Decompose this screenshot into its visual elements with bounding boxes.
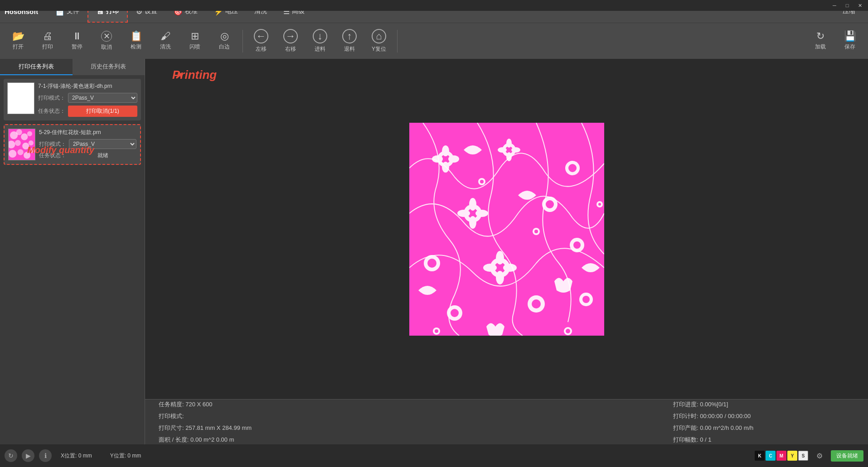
restore-button[interactable]: □ bbox=[841, 1, 853, 10]
detect-icon: 📋 bbox=[130, 31, 142, 41]
moveright-icon: → bbox=[283, 29, 298, 43]
svg-point-28 bbox=[496, 271, 504, 284]
toolbar-yreset-label: Y复位 bbox=[372, 45, 386, 53]
svg-point-30 bbox=[503, 264, 517, 272]
svg-point-24 bbox=[427, 259, 436, 268]
toolbar-pause[interactable]: ⏸ 暂停 bbox=[63, 25, 91, 57]
toolbar-save[interactable]: 💾 保存 bbox=[836, 25, 863, 57]
task-header-1: 7-1-浮锚-涤纶-黄色迷彩-dh.prn 打印模式： 2Pass_V 任务状态… bbox=[7, 82, 137, 117]
color-swatches: K C M Y S bbox=[755, 451, 808, 461]
info-size: 打印尺寸: 257.81 mm X 284.99 mm bbox=[159, 424, 673, 432]
task-status-row-2: 任务状态： 就绪 bbox=[39, 152, 136, 159]
task-card-1[interactable]: 7-1-浮锚-涤纶-黄色迷彩-dh.prn 打印模式： 2Pass_V 任务状态… bbox=[4, 79, 141, 120]
status-bar: ↻ ▶ ℹ X位置: 0 mm Y位置: 0 mm K C M Y S ⚙ 设备… bbox=[0, 444, 868, 467]
color-y[interactable]: Y bbox=[787, 451, 797, 461]
device-status: 设备就绪 bbox=[831, 450, 863, 462]
svg-point-40 bbox=[480, 180, 484, 183]
info-copies: 打印幅数: 0 / 1 bbox=[673, 436, 854, 444]
svg-point-9 bbox=[506, 139, 512, 148]
toolbar-save-label: 保存 bbox=[844, 43, 855, 51]
toolbar-reload-label: 加载 bbox=[815, 43, 826, 51]
toolbar-reload[interactable]: ↻ 加载 bbox=[807, 25, 834, 57]
toolbar-print[interactable]: 🖨 打印 bbox=[34, 25, 61, 57]
task-filename-2: 5-29-佳伴红花纹-短款.prn bbox=[39, 129, 136, 136]
pause-icon: ⏸ bbox=[72, 31, 82, 41]
color-k[interactable]: K bbox=[755, 451, 765, 461]
svg-point-17 bbox=[469, 198, 476, 211]
close-button[interactable]: ✕ bbox=[853, 1, 866, 10]
toolbar-moveright-label: 右移 bbox=[285, 45, 296, 53]
toolbar-moveleft[interactable]: ← 左移 bbox=[247, 25, 275, 57]
settings-gear-icon[interactable]: ⚙ bbox=[816, 452, 823, 460]
toolbar: 📂 打开 🖨 打印 ⏸ 暂停 ✕ 取消 📋 检测 🖌 清洗 ⊞ 闪喷 ◎ 白边 … bbox=[0, 23, 868, 59]
toolbar-feedout[interactable]: ↑ 退料 bbox=[336, 25, 363, 57]
toolbar-open-label: 打开 bbox=[13, 43, 24, 51]
task-mode-row-1: 打印模式： 2Pass_V bbox=[38, 93, 137, 103]
toolbar-divider-1 bbox=[242, 30, 243, 53]
task-card-2[interactable]: 5-29-佳伴红花纹-短款.prn 打印模式： 2Pass_V 任务状态： 就绪 bbox=[4, 124, 141, 165]
toolbar-detect[interactable]: 📋 检测 bbox=[122, 25, 150, 57]
status-icon-3[interactable]: ℹ bbox=[39, 449, 52, 462]
task-thumbnail-1 bbox=[7, 82, 34, 114]
feedout-icon: ↑ bbox=[342, 29, 357, 43]
svg-point-36 bbox=[532, 299, 541, 308]
status-icon-1[interactable]: ↻ bbox=[5, 449, 17, 462]
svg-point-38 bbox=[582, 296, 590, 303]
title-bar: ─ □ ✕ bbox=[0, 0, 868, 11]
task-mode-select-1[interactable]: 2Pass_V bbox=[68, 93, 137, 103]
toolbar-cancel[interactable]: ✕ 取消 bbox=[93, 25, 120, 57]
cancel-icon: ✕ bbox=[101, 31, 112, 42]
toolbar-moveright[interactable]: → 右移 bbox=[277, 25, 304, 57]
svg-point-44 bbox=[598, 203, 601, 206]
tab-tasklist[interactable]: 打印任务列表 bbox=[0, 59, 73, 75]
color-s[interactable]: S bbox=[798, 451, 808, 461]
feedin-icon: ↓ bbox=[313, 29, 327, 43]
reload-icon: ↻ bbox=[816, 31, 824, 41]
svg-point-42 bbox=[534, 230, 538, 233]
task-info-2: 5-29-佳伴红花纹-短款.prn 打印模式： 2Pass_V 任务状态： 就绪 bbox=[39, 129, 136, 159]
svg-point-29 bbox=[483, 264, 497, 272]
info-left: 任务精度: 720 X 600 打印模式: 打印尺寸: 257.81 mm X … bbox=[159, 400, 673, 444]
open-icon: 📂 bbox=[12, 31, 24, 41]
sidebar: 打印任务列表 历史任务列表 7-1-浮锚-涤纶-黄色迷彩-dh.prn 打印模式… bbox=[0, 59, 145, 444]
toolbar-pause-label: 暂停 bbox=[72, 43, 82, 51]
task-mode-select-2[interactable]: 2Pass_V bbox=[69, 139, 136, 149]
main-area: 打印任务列表 历史任务列表 7-1-浮锚-涤纶-黄色迷彩-dh.prn 打印模式… bbox=[0, 59, 868, 444]
toolbar-yreset[interactable]: ⌂ Y复位 bbox=[365, 25, 393, 57]
info-time: 打印计时: 00:00:00 / 00:00:00 bbox=[673, 412, 854, 420]
info-right: 打印进度: 0.00%[0/1] 打印计时: 00:00:00 / 00:00:… bbox=[673, 400, 854, 444]
y-position: Y位置: 0 mm bbox=[110, 452, 141, 460]
svg-point-32 bbox=[573, 241, 581, 249]
toolbar-open[interactable]: 📂 打开 bbox=[5, 25, 32, 57]
clean-icon: 🖌 bbox=[160, 31, 170, 41]
info-bar: 任务精度: 720 X 600 打印模式: 打印尺寸: 257.81 mm X … bbox=[145, 399, 868, 444]
color-c[interactable]: C bbox=[766, 451, 776, 461]
toolbar-divider-2 bbox=[397, 30, 398, 53]
toolbar-flash[interactable]: ⊞ 闪喷 bbox=[181, 25, 209, 57]
info-resolution: 任务精度: 720 X 600 bbox=[159, 400, 673, 409]
svg-point-48 bbox=[566, 329, 570, 333]
svg-point-3 bbox=[442, 145, 449, 156]
whiteedge-icon: ◎ bbox=[220, 31, 229, 41]
toolbar-feedin[interactable]: ↓ 进料 bbox=[306, 25, 334, 57]
svg-point-12 bbox=[511, 147, 520, 153]
info-area: 面积 / 长度: 0.00 m^2 0.00 m bbox=[159, 436, 673, 444]
task-status-row-1: 任务状态： 打印取消(1/1) bbox=[38, 106, 137, 117]
minimize-button[interactable]: ─ bbox=[828, 1, 841, 10]
info-mode: 打印模式: bbox=[159, 412, 673, 420]
toolbar-moveleft-label: 左移 bbox=[256, 45, 267, 53]
flash-icon: ⊞ bbox=[191, 31, 199, 41]
task-mode-row-2: 打印模式： 2Pass_V bbox=[39, 139, 136, 149]
tab-history[interactable]: 历史任务列表 bbox=[73, 59, 145, 75]
toolbar-flash-label: 闪喷 bbox=[189, 43, 200, 51]
color-m[interactable]: M bbox=[776, 451, 786, 461]
toolbar-whiteedge[interactable]: ◎ 白边 bbox=[211, 25, 238, 57]
save-icon: 💾 bbox=[844, 31, 856, 41]
task-status-btn-1[interactable]: 打印取消(1/1) bbox=[68, 106, 137, 117]
x-position: X位置: 0 mm bbox=[61, 452, 92, 460]
svg-point-14 bbox=[568, 164, 577, 172]
task-mode-label-2: 打印模式： bbox=[39, 140, 66, 148]
toolbar-clean[interactable]: 🖌 清洗 bbox=[152, 25, 179, 57]
toolbar-print-label: 打印 bbox=[42, 43, 53, 51]
status-icon-2[interactable]: ▶ bbox=[22, 449, 34, 462]
